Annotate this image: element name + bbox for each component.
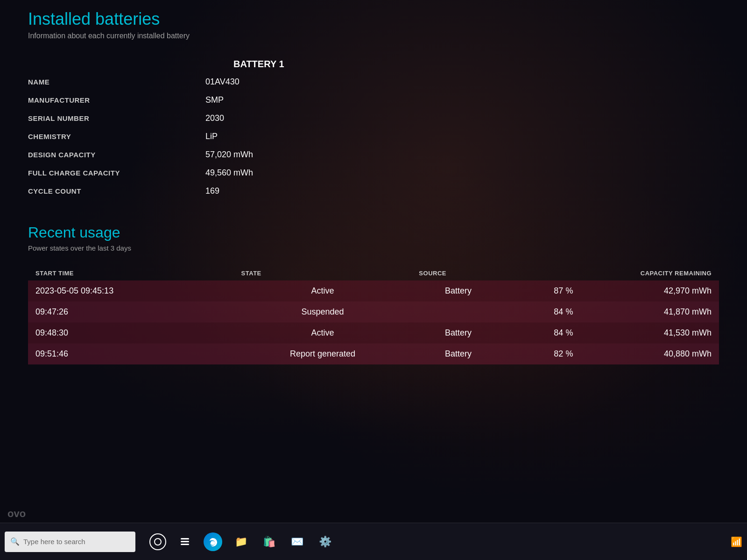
battery-icon: 📶 [731, 536, 742, 547]
taskbar-right: 📶 [731, 536, 742, 547]
search-bar[interactable]: 🔍 Type here to search [5, 532, 135, 552]
battery-info-row: FULL CHARGE CAPACITY49,560 mWh [28, 168, 402, 178]
usage-source [411, 301, 505, 322]
col-state: STATE [234, 266, 412, 280]
battery-header: BATTERY 1 [233, 59, 719, 70]
battery-info-row: MANUFACTURERSMP [28, 95, 402, 105]
battery-info-row: CYCLE COUNT169 [28, 186, 402, 196]
battery-info-row: CHEMISTRYLiP [28, 132, 402, 141]
battery-field-label: NAME [28, 78, 205, 86]
battery-field-value: 49,560 mWh [205, 168, 253, 178]
battery-field-label: MANUFACTURER [28, 96, 205, 104]
battery-field-value: 2030 [205, 113, 224, 123]
usage-mwh: 41,870 mWh [580, 301, 719, 322]
table-row: 09:48:30ActiveBattery84 %41,530 mWh [28, 322, 719, 343]
battery-field-value: LiP [205, 132, 218, 141]
installed-batteries-title: Installed batteries [28, 9, 719, 29]
installed-batteries-subtitle: Information about each currently install… [28, 32, 719, 40]
brand-text: ovo [0, 506, 33, 522]
battery-field-value: 169 [205, 186, 219, 196]
recent-usage-subtitle: Power states over the last 3 days [28, 244, 719, 252]
usage-percent: 84 % [505, 322, 581, 343]
battery-info-table: NAME01AV430MANUFACTURERSMPSERIAL NUMBER2… [28, 77, 402, 196]
task-view-button[interactable] [176, 532, 194, 551]
search-icon: 🔍 [10, 537, 20, 546]
usage-state: Active [234, 322, 412, 343]
recent-usage-title: Recent usage [28, 224, 719, 241]
usage-mwh: 41,530 mWh [580, 322, 719, 343]
task-view-icon [181, 538, 189, 545]
svg-point-0 [155, 539, 161, 545]
usage-start-time: 09:51:46 [28, 343, 234, 364]
usage-state: Report generated [234, 343, 412, 364]
col-source: SOURCE [411, 266, 505, 280]
store-button[interactable]: 🛍️ [260, 532, 278, 551]
usage-table: START TIME STATE SOURCE CAPACITY REMAINI… [28, 266, 719, 364]
settings-button[interactable]: ⚙️ [316, 532, 334, 551]
usage-percent: 82 % [505, 343, 581, 364]
battery-field-label: CYCLE COUNT [28, 187, 205, 195]
taskbar-icons: 📁 🛍️ ✉️ ⚙️ [149, 532, 334, 551]
battery-field-label: CHEMISTRY [28, 133, 205, 140]
usage-percent: 87 % [505, 280, 581, 301]
usage-state: Active [234, 280, 412, 301]
mail-button[interactable]: ✉️ [288, 532, 306, 551]
battery-info-row: DESIGN CAPACITY57,020 mWh [28, 150, 402, 160]
usage-state: Suspended [234, 301, 412, 322]
battery-info-row: SERIAL NUMBER2030 [28, 113, 402, 123]
usage-source: Battery [411, 322, 505, 343]
usage-source: Battery [411, 343, 505, 364]
usage-start-time: 2023-05-05 09:45:13 [28, 280, 234, 301]
battery-field-label: SERIAL NUMBER [28, 114, 205, 122]
windows-button[interactable] [149, 533, 166, 550]
battery-field-value: 57,020 mWh [205, 150, 253, 160]
battery-field-label: FULL CHARGE CAPACITY [28, 169, 205, 177]
col-start-time: START TIME [28, 266, 234, 280]
search-placeholder: Type here to search [23, 538, 85, 546]
taskbar: 🔍 Type here to search 📁 [0, 523, 747, 560]
battery-info-row: NAME01AV430 [28, 77, 402, 87]
table-row: 09:47:26Suspended84 %41,870 mWh [28, 301, 719, 322]
battery-field-value: SMP [205, 95, 224, 105]
usage-source: Battery [411, 280, 505, 301]
battery-field-value: 01AV430 [205, 77, 240, 87]
usage-mwh: 40,880 mWh [580, 343, 719, 364]
edge-browser-button[interactable] [204, 532, 222, 551]
usage-start-time: 09:48:30 [28, 322, 234, 343]
table-row: 2023-05-05 09:45:13ActiveBattery87 %42,9… [28, 280, 719, 301]
table-row: 09:51:46Report generatedBattery82 %40,88… [28, 343, 719, 364]
usage-percent: 84 % [505, 301, 581, 322]
col-capacity: CAPACITY REMAINING [505, 266, 719, 280]
file-explorer-button[interactable]: 📁 [232, 532, 250, 551]
usage-start-time: 09:47:26 [28, 301, 234, 322]
usage-mwh: 42,970 mWh [580, 280, 719, 301]
battery-field-label: DESIGN CAPACITY [28, 151, 205, 159]
